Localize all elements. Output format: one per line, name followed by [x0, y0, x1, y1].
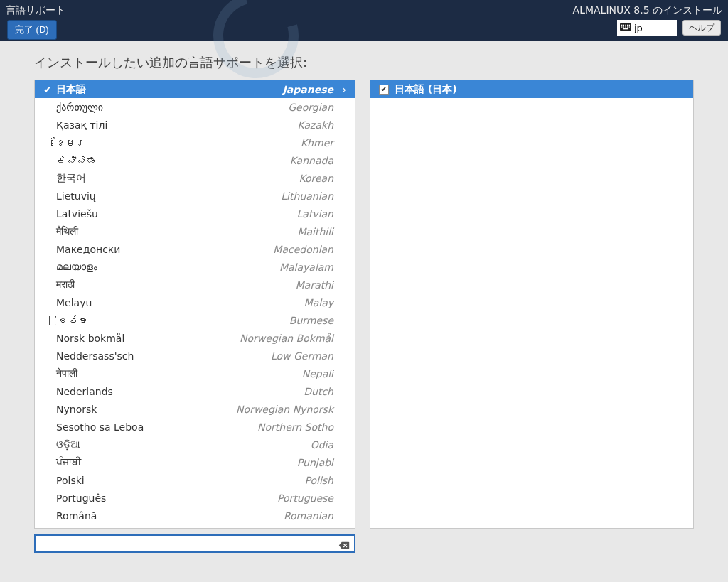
language-english-label: Nepali — [302, 368, 333, 379]
chevron-right-icon: › — [333, 84, 346, 95]
language-english-label: Odia — [311, 439, 333, 451]
language-english-label: Low German — [271, 350, 333, 362]
svg-rect-11 — [623, 28, 628, 29]
panels: ✔日本語Japanese›ქართულიGeorgianҚазақ тіліKa… — [34, 80, 694, 553]
language-native-label: मैथिली — [56, 225, 297, 237]
language-english-label: Punjabi — [297, 457, 333, 468]
help-button[interactable]: ヘルプ — [682, 20, 721, 36]
language-row[interactable]: LatviešuLatvian — [35, 205, 355, 222]
language-column: ✔日本語Japanese›ქართულიGeorgianҚазақ тіліKa… — [34, 80, 355, 553]
keyboard-layout-label: jp — [634, 23, 643, 33]
language-native-label: ქართული — [56, 102, 288, 113]
language-native-label: Polski — [56, 475, 305, 486]
language-list[interactable]: ✔日本語Japanese›ქართულიGeorgianҚазақ тіліKa… — [35, 80, 355, 529]
language-english-label: Malayalam — [279, 262, 333, 273]
language-row[interactable]: मैथिलीMaithili — [35, 222, 355, 240]
language-native-label: Norsk bokmål — [56, 333, 240, 344]
language-row[interactable]: नेपालीNepali — [35, 365, 355, 382]
language-native-label: Latviešu — [56, 208, 297, 220]
language-row[interactable]: Sesotho sa LeboaNorthern Sotho — [35, 418, 355, 436]
language-native-label: Neddersass'sch — [56, 350, 271, 362]
clear-search-icon[interactable] — [338, 539, 350, 549]
language-row[interactable]: МакедонскиMacedonian — [35, 240, 355, 258]
language-row[interactable]: ಕನ್ನಡKannada — [35, 151, 355, 169]
language-native-label: 日本語 — [56, 83, 283, 96]
language-row[interactable]: മലയാളംMalayalam — [35, 258, 355, 276]
language-row[interactable]: PortuguêsPortuguese — [35, 489, 355, 507]
svg-rect-10 — [629, 26, 630, 27]
done-button[interactable]: 完了 (D) — [7, 20, 57, 40]
language-row[interactable]: Norsk bokmålNorwegian Bokmål — [35, 329, 355, 347]
language-row[interactable]: Қазақ тіліKazakh — [35, 116, 355, 134]
language-english-label: Romanian — [284, 510, 333, 522]
language-native-label: Македонски — [56, 244, 273, 255]
language-list-panel: ✔日本語Japanese›ქართულიGeorgianҚазақ тіліKa… — [34, 80, 355, 529]
svg-rect-5 — [629, 24, 630, 25]
language-row[interactable]: NynorskNorwegian Nynorsk — [35, 400, 355, 418]
language-row[interactable]: MelayuMalay — [35, 293, 355, 311]
language-english-label: Macedonian — [273, 244, 333, 255]
language-english-label: Northern Sotho — [257, 421, 333, 433]
language-native-label: Nederlands — [56, 386, 304, 397]
language-native-label: Sesotho sa Leboa — [56, 421, 257, 433]
language-native-label: ಕನ್ನಡ — [56, 155, 290, 166]
language-native-label: ਪੰਜਾਬੀ — [56, 456, 297, 468]
locale-checkbox[interactable]: ✔ — [379, 85, 389, 95]
svg-rect-4 — [627, 24, 628, 25]
language-row[interactable]: RomânăRomanian — [35, 507, 355, 524]
language-english-label: Dutch — [304, 386, 333, 397]
language-english-label: Kazakh — [298, 119, 333, 131]
language-row[interactable]: PolskiPolish — [35, 471, 355, 489]
svg-rect-7 — [623, 26, 624, 27]
language-row[interactable]: 한국어Korean — [35, 169, 355, 187]
language-row[interactable]: मराठीMarathi — [35, 276, 355, 293]
language-row[interactable]: LietuviųLithuanian — [35, 187, 355, 205]
language-row[interactable]: မြန်မာBurmese — [35, 311, 355, 329]
language-english-label: Marathi — [296, 279, 333, 291]
language-row[interactable]: ខ្មែរKhmer — [35, 134, 355, 151]
language-native-label: मराठी — [56, 279, 296, 291]
locale-list[interactable]: ✔日本語 (日本) — [370, 80, 693, 98]
language-english-label: Malay — [304, 297, 333, 308]
language-row[interactable]: ਪੰਜਾਬੀPunjabi — [35, 453, 355, 471]
instruction-text: インストールしたい追加の言語サポートを選択: — [34, 54, 694, 71]
language-native-label: ଓଡ଼ିଆ — [56, 438, 311, 451]
svg-rect-9 — [627, 26, 628, 27]
language-search-input[interactable] — [40, 536, 338, 551]
language-english-label: Japanese — [283, 84, 333, 95]
language-row[interactable]: Neddersass'schLow German — [35, 347, 355, 365]
language-english-label: Norwegian Nynorsk — [236, 404, 333, 415]
page-title: 言語サポート — [6, 4, 65, 17]
language-native-label: മലയാളം — [56, 261, 279, 273]
svg-rect-8 — [625, 26, 626, 27]
language-english-label: Maithili — [297, 226, 333, 237]
language-native-label: Қазақ тілі — [56, 119, 298, 131]
language-native-label: Nynorsk — [56, 404, 236, 415]
language-english-label: Burmese — [289, 315, 333, 326]
product-title: ALMALINUX 8.5 のインストール — [573, 4, 722, 17]
language-english-label: Kannada — [290, 155, 333, 166]
language-row[interactable]: NederlandsDutch — [35, 382, 355, 400]
language-row[interactable]: ქართულიGeorgian — [35, 98, 355, 116]
search-wrap — [34, 534, 355, 553]
language-native-label: ខ្មែរ — [56, 137, 301, 149]
language-native-label: Português — [56, 492, 277, 504]
svg-rect-6 — [621, 26, 622, 27]
language-native-label: 한국어 — [56, 172, 299, 185]
language-english-label: Polish — [305, 475, 333, 486]
keyboard-icon — [620, 23, 631, 33]
language-english-label: Georgian — [288, 102, 333, 113]
language-native-label: Melayu — [56, 297, 304, 308]
language-english-label: Latvian — [297, 208, 334, 220]
locale-row[interactable]: ✔日本語 (日本) — [370, 80, 693, 98]
language-search-box[interactable] — [34, 534, 355, 553]
language-row[interactable]: ଓଡ଼ିଆOdia — [35, 436, 355, 453]
keyboard-layout-indicator[interactable]: jp — [617, 20, 677, 36]
svg-rect-1 — [621, 24, 622, 25]
svg-rect-2 — [623, 24, 624, 25]
language-row[interactable]: ✔日本語Japanese› — [35, 80, 355, 98]
locale-label: 日本語 (日本) — [395, 83, 457, 96]
language-native-label: Română — [56, 510, 284, 522]
content-area: インストールしたい追加の言語サポートを選択: ✔日本語Japanese›ქართ… — [0, 41, 728, 553]
svg-rect-3 — [625, 24, 626, 25]
